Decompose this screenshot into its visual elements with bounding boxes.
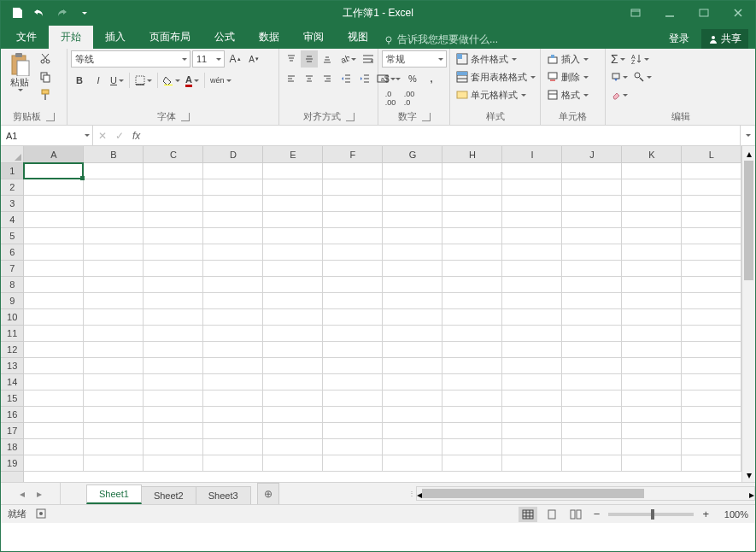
macro-record-button[interactable] [35, 508, 47, 521]
cell[interactable] [562, 309, 622, 326]
cell[interactable] [682, 309, 741, 326]
zoom-slider[interactable] [608, 513, 694, 516]
cell[interactable] [682, 212, 741, 228]
cell[interactable] [144, 407, 203, 423]
ribbon-tab-0[interactable]: 文件 [4, 26, 49, 49]
cell[interactable] [24, 261, 84, 277]
cell[interactable] [622, 179, 682, 196]
cell[interactable] [263, 244, 323, 261]
cell[interactable] [323, 261, 383, 277]
cell[interactable] [323, 196, 383, 212]
row-header[interactable]: 19 [1, 455, 23, 472]
format-as-table-button[interactable]: 套用表格格式 [454, 68, 538, 85]
border-button[interactable] [133, 72, 154, 89]
cell[interactable] [442, 261, 502, 277]
clipboard-dialog-launcher[interactable] [46, 113, 55, 121]
cell[interactable] [682, 228, 741, 244]
cell[interactable] [383, 293, 442, 309]
cell[interactable] [383, 455, 442, 472]
cell[interactable] [203, 326, 263, 342]
cell[interactable] [24, 196, 84, 212]
cell[interactable] [24, 228, 84, 244]
cell[interactable] [323, 374, 383, 391]
cell[interactable] [562, 342, 622, 358]
column-header[interactable]: G [383, 146, 442, 162]
cell[interactable] [323, 179, 383, 196]
cell[interactable] [682, 277, 741, 293]
column-header[interactable]: B [84, 146, 144, 162]
cell[interactable] [84, 423, 144, 439]
cell[interactable] [203, 163, 263, 179]
active-cell[interactable] [23, 162, 84, 179]
row-header[interactable]: 7 [1, 261, 23, 277]
cell[interactable] [323, 309, 383, 326]
cell[interactable] [442, 423, 502, 439]
format-cells-button[interactable]: 格式 [544, 86, 591, 103]
row-header[interactable]: 18 [1, 439, 23, 455]
cell[interactable] [203, 391, 263, 407]
cell[interactable] [24, 212, 84, 228]
cell[interactable] [383, 391, 442, 407]
cell[interactable] [144, 342, 203, 358]
cell[interactable] [84, 358, 144, 374]
cell[interactable] [442, 326, 502, 342]
cell[interactable] [24, 309, 84, 326]
cell[interactable] [682, 244, 741, 261]
row-header[interactable]: 6 [1, 244, 23, 261]
cell[interactable] [323, 228, 383, 244]
cell[interactable] [502, 212, 562, 228]
cell[interactable] [203, 407, 263, 423]
tell-me-search[interactable]: 告诉我您想要做什么... [380, 31, 501, 49]
cells-area[interactable] [24, 163, 741, 482]
row-header[interactable]: 16 [1, 407, 23, 423]
sheet-nav-next[interactable]: ▸ [37, 488, 42, 500]
cell[interactable] [24, 179, 84, 196]
cell[interactable] [622, 358, 682, 374]
vertical-scrollbar[interactable]: ▴ ▾ [741, 146, 755, 482]
page-break-view-button[interactable] [566, 507, 585, 522]
horizontal-scrollbar[interactable]: ◂ ▸ [416, 486, 755, 501]
cell[interactable] [24, 358, 84, 374]
cell[interactable] [323, 293, 383, 309]
cell[interactable] [442, 358, 502, 374]
cell[interactable] [502, 342, 562, 358]
cell[interactable] [84, 228, 144, 244]
cell[interactable] [144, 423, 203, 439]
cell[interactable] [263, 228, 323, 244]
cell[interactable] [263, 358, 323, 374]
cell[interactable] [622, 342, 682, 358]
cell[interactable] [203, 342, 263, 358]
cell-styles-button[interactable]: 单元格样式 [454, 86, 529, 103]
cell[interactable] [682, 163, 741, 179]
cell[interactable] [442, 179, 502, 196]
font-size-combo[interactable]: 11 [192, 50, 225, 68]
cell[interactable] [84, 293, 144, 309]
cell[interactable] [144, 439, 203, 455]
cell[interactable] [84, 407, 144, 423]
row-header[interactable]: 13 [1, 358, 23, 374]
cell[interactable] [144, 244, 203, 261]
normal-view-button[interactable] [519, 507, 537, 522]
column-header[interactable]: C [144, 146, 203, 162]
find-select-button[interactable] [631, 68, 653, 85]
cell[interactable] [263, 163, 323, 179]
ribbon-tab-2[interactable]: 插入 [93, 26, 138, 49]
cell[interactable] [24, 374, 84, 391]
cell[interactable] [502, 179, 562, 196]
cell[interactable] [323, 244, 383, 261]
cell[interactable] [682, 439, 741, 455]
cell[interactable] [562, 212, 622, 228]
cell[interactable] [84, 212, 144, 228]
column-header[interactable]: D [203, 146, 263, 162]
cell[interactable] [562, 293, 622, 309]
align-middle-button[interactable] [301, 50, 318, 68]
cell[interactable] [24, 407, 84, 423]
column-header[interactable]: H [442, 146, 502, 162]
cell[interactable] [502, 326, 562, 342]
cell[interactable] [24, 244, 84, 261]
cell[interactable] [502, 374, 562, 391]
ribbon-tab-3[interactable]: 页面布局 [138, 26, 202, 49]
cell[interactable] [84, 244, 144, 261]
expand-formula-bar-button[interactable] [740, 126, 755, 145]
cell[interactable] [622, 196, 682, 212]
